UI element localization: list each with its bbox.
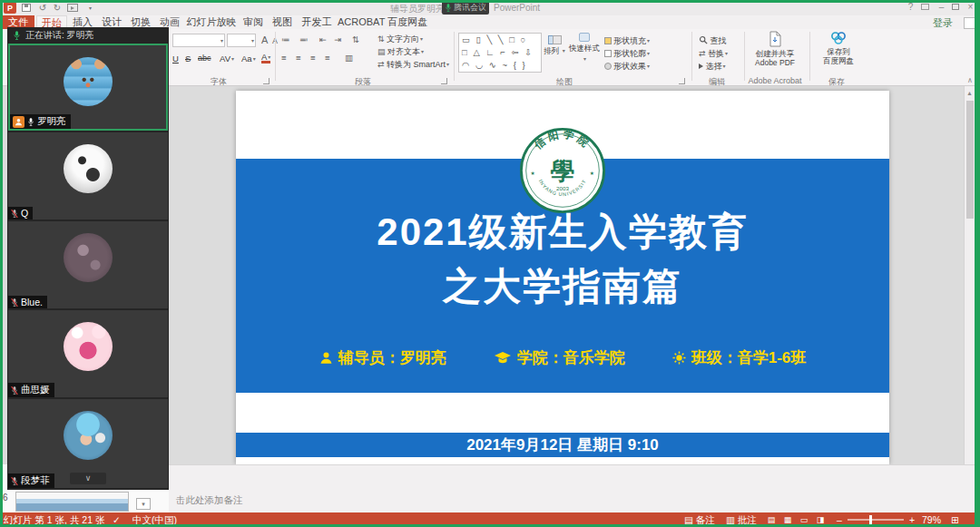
- line-spacing-icon[interactable]: ⇅: [352, 34, 359, 44]
- tab-acrobat[interactable]: ACROBAT: [338, 15, 381, 29]
- account-avatar[interactable]: [964, 17, 975, 29]
- numbering-icon[interactable]: ≕: [299, 34, 309, 44]
- zoom-slider[interactable]: [848, 519, 904, 521]
- reading-view-icon[interactable]: ▭: [797, 512, 811, 527]
- tab-baidu-netdisk[interactable]: 百度网盘: [385, 15, 430, 29]
- slide-sorter-view-icon[interactable]: ▦: [780, 512, 795, 527]
- participant-tile-luomingliang[interactable]: 罗明亮: [8, 44, 168, 131]
- shape-outline-button[interactable]: 形状轮廓: [604, 48, 650, 60]
- text-direction-button[interactable]: ⇅ 文字方向: [377, 34, 423, 45]
- decrease-indent-icon[interactable]: ⇤: [319, 34, 327, 44]
- save-group-label: 保存: [808, 76, 866, 84]
- shape-effects-icon: [604, 63, 612, 70]
- replace-button[interactable]: ⇄ 替换: [699, 48, 728, 60]
- zoom-level[interactable]: 79%: [922, 512, 941, 527]
- zoom-slider-thumb[interactable]: [869, 515, 872, 524]
- ribbon-display-options-button[interactable]: [918, 0, 932, 15]
- align-right-icon[interactable]: ≡: [310, 53, 316, 63]
- select-button[interactable]: 选择: [699, 61, 726, 73]
- close-button[interactable]: ×: [964, 0, 977, 15]
- bullets-icon[interactable]: ≔: [281, 34, 290, 44]
- strikethrough-button[interactable]: S: [185, 52, 191, 65]
- logo-year: 2003: [556, 185, 569, 191]
- font-color-button[interactable]: A: [261, 52, 270, 63]
- paragraph-dialog-launcher[interactable]: [441, 78, 447, 84]
- tab-review[interactable]: 审阅: [240, 15, 267, 29]
- create-share-pdf-button[interactable]: 创建并共享 Adobe PDF: [750, 31, 800, 67]
- pdf-document-icon: [768, 31, 782, 47]
- arrange-button[interactable]: 排列: [544, 33, 565, 57]
- save-to-baidu-button[interactable]: 保存到 百度网盘: [813, 31, 864, 65]
- character-spacing-button[interactable]: AV: [220, 52, 234, 65]
- mic-muted-icon: [11, 298, 18, 307]
- change-case-button[interactable]: Aa: [241, 52, 256, 65]
- subscript-button[interactable]: abc: [198, 52, 211, 65]
- thumbnail-number: 6: [3, 493, 8, 503]
- notes-icon: ▤: [684, 514, 693, 525]
- tencent-meeting-overlay[interactable]: 腾讯会议: [442, 1, 489, 15]
- restore-button[interactable]: [949, 0, 963, 15]
- collapse-participants-icon[interactable]: ∨: [70, 473, 106, 484]
- college-info: 学院：音乐学院: [494, 347, 625, 368]
- tab-developer[interactable]: 开发工具: [298, 15, 336, 29]
- justify-icon[interactable]: ≡: [325, 53, 330, 63]
- language-status[interactable]: 中文(中国): [132, 512, 177, 527]
- participant-tile-qusiyuan[interactable]: 曲思媛: [8, 310, 168, 397]
- zoom-in-button[interactable]: +: [909, 512, 915, 527]
- save-icon[interactable]: [22, 4, 31, 12]
- convert-smartart-button[interactable]: ⇄ 转换为 SmartArt: [377, 59, 449, 71]
- app-name: PowerPoint: [494, 3, 540, 13]
- grow-font-button[interactable]: A: [261, 34, 268, 45]
- scrollbar-thumb[interactable]: [966, 101, 974, 219]
- participant-name: Q: [21, 208, 28, 219]
- avatar-luomingliang: [64, 57, 113, 106]
- align-left-icon[interactable]: ≡: [281, 53, 287, 63]
- align-text-button[interactable]: ▤ 对齐文本: [377, 46, 424, 58]
- shape-effects-button[interactable]: 形状效果: [604, 61, 650, 73]
- sign-in-link[interactable]: 登录: [933, 16, 953, 30]
- participant-label: 罗明亮: [10, 114, 71, 129]
- slideshow-view-icon[interactable]: ◨: [813, 512, 828, 527]
- increase-indent-icon[interactable]: ⇥: [334, 34, 341, 44]
- notes-pane[interactable]: 击此处添加备注: [169, 464, 980, 512]
- collapse-ribbon-icon[interactable]: ∧: [964, 76, 976, 84]
- underline-button[interactable]: U: [172, 52, 179, 65]
- redo-icon[interactable]: [51, 2, 64, 14]
- spellcheck-icon[interactable]: ✓: [113, 512, 121, 527]
- participant-label: Q: [8, 207, 33, 220]
- minimize-button[interactable]: –: [935, 0, 948, 15]
- tab-view[interactable]: 视图: [269, 15, 296, 29]
- find-button[interactable]: 查找: [699, 35, 727, 47]
- pane-options-caret-icon[interactable]: ▾: [136, 498, 151, 510]
- slide-6-thumbnail[interactable]: [15, 492, 129, 512]
- slide[interactable]: 信阳学院 XINYANG UNIVERSITY 學 2003 ★ ★ 2021级…: [236, 91, 889, 464]
- acrobat-group-label: Adobe Acrobat: [742, 76, 808, 84]
- participant-name: Blue.: [21, 297, 43, 307]
- notes-placeholder[interactable]: 击此处添加备注: [176, 494, 243, 507]
- participant-tile-duanmengfei[interactable]: 段梦菲 ∨: [8, 399, 168, 488]
- participant-tile-q[interactable]: Q: [8, 132, 168, 220]
- drawing-dialog-launcher[interactable]: [679, 78, 685, 84]
- notes-toggle-button[interactable]: ▤ 备注: [684, 512, 715, 527]
- mic-on-icon: [27, 117, 34, 127]
- normal-view-icon[interactable]: ▤: [764, 512, 779, 527]
- columns-icon[interactable]: ▥: [345, 53, 353, 63]
- align-center-icon[interactable]: ≡: [296, 53, 301, 63]
- help-button[interactable]: ?: [904, 0, 917, 15]
- participant-tile-blue[interactable]: Blue.: [8, 221, 168, 308]
- comments-toggle-button[interactable]: ▥ 批注: [726, 512, 757, 527]
- scroll-up-icon[interactable]: ▲: [965, 86, 975, 96]
- quick-styles-button[interactable]: 快速样式: [567, 33, 602, 63]
- quick-access-caret-icon[interactable]: [83, 2, 96, 14]
- vertical-scrollbar[interactable]: ▲ ▲ ▼: [964, 86, 975, 512]
- font-name-combo[interactable]: [172, 34, 225, 47]
- font-dialog-launcher[interactable]: [263, 78, 270, 84]
- zoom-out-button[interactable]: –: [837, 512, 842, 527]
- shape-fill-button[interactable]: 形状填充: [604, 35, 650, 47]
- font-size-combo[interactable]: [227, 34, 256, 47]
- fit-to-window-icon[interactable]: ⊞: [951, 512, 959, 527]
- start-slideshow-icon[interactable]: [67, 4, 78, 12]
- shapes-gallery[interactable]: ▭ ▯ ╲ ╲ □ ○ □ △ ∟ ⌐ ⇦ ⇩ ◠ ◡ ∿ ~ { }: [458, 33, 542, 73]
- tab-slideshow[interactable]: 幻灯片放映: [185, 15, 238, 29]
- undo-icon[interactable]: [36, 2, 49, 14]
